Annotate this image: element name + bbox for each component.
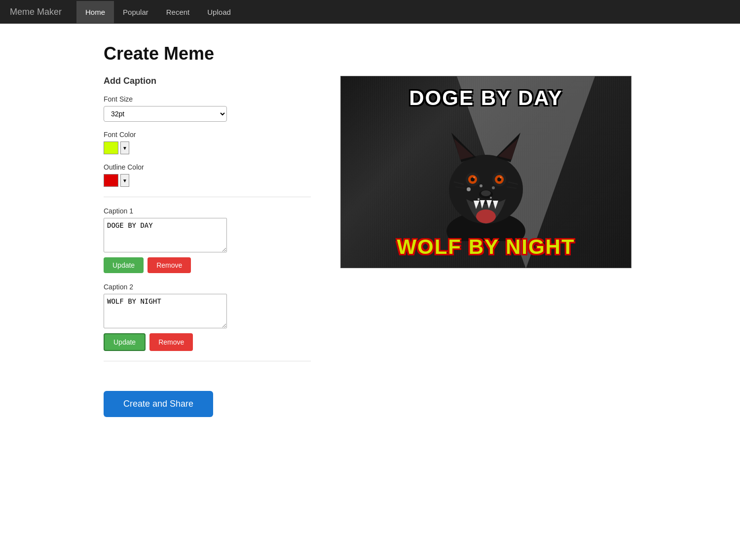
caption1-textarea[interactable]: DOGE BY DAY: [104, 218, 227, 252]
caption2-remove-button[interactable]: Remove: [149, 333, 193, 351]
caption1-label: Caption 1: [104, 207, 311, 215]
caption2-textarea[interactable]: WOLF BY NIGHT: [104, 294, 227, 328]
content-layout: Add Caption Font Size 16pt 24pt 32pt 40p…: [104, 76, 636, 417]
caption2-label: Caption 2: [104, 283, 311, 291]
svg-point-16: [476, 210, 496, 223]
outline-color-group: Outline Color ▼: [104, 163, 311, 187]
font-color-dropdown-btn[interactable]: ▼: [120, 141, 129, 154]
outline-color-label: Outline Color: [104, 163, 311, 171]
font-color-group: Font Color ▼: [104, 131, 311, 154]
svg-point-12: [473, 176, 475, 178]
nav-link-upload[interactable]: Upload: [198, 1, 240, 23]
caption2-buttons: Update Remove: [104, 333, 311, 351]
svg-point-13: [500, 176, 502, 178]
outline-color-swatch[interactable]: [104, 174, 118, 187]
main-container: Create Meme Add Caption Font Size 16pt 2…: [74, 24, 666, 437]
create-share-button[interactable]: Create and Share: [104, 391, 213, 417]
svg-marker-4: [454, 139, 474, 160]
svg-point-18: [480, 184, 482, 187]
svg-point-19: [492, 186, 495, 189]
left-panel: Add Caption Font Size 16pt 24pt 32pt 40p…: [104, 76, 311, 417]
svg-point-20: [478, 198, 480, 200]
caption1-update-button[interactable]: Update: [104, 257, 144, 273]
caption1-buttons: Update Remove: [104, 257, 311, 273]
svg-point-15: [481, 190, 491, 196]
nav-link-home[interactable]: Home: [76, 1, 114, 23]
nav-links: Home Popular Recent Upload: [76, 1, 240, 23]
navbar: Meme Maker Home Popular Recent Upload: [0, 0, 740, 24]
meme-preview: DOGE BY DAY WOLF BY NIGHT: [340, 76, 631, 268]
nav-link-popular[interactable]: Popular: [114, 1, 157, 23]
caption2-update-button[interactable]: Update: [104, 333, 146, 351]
font-color-label: Font Color: [104, 131, 311, 139]
caption1-remove-button[interactable]: Remove: [148, 257, 191, 273]
caption2-group: Caption 2 WOLF BY NIGHT Update Remove: [104, 283, 311, 351]
font-color-swatch[interactable]: [104, 141, 118, 154]
outline-color-picker-row: ▼: [104, 174, 311, 187]
svg-point-17: [467, 187, 471, 191]
nav-brand: Meme Maker: [10, 7, 62, 17]
caption1-group: Caption 1 DOGE BY DAY Update Remove: [104, 207, 311, 273]
wolf-svg: [402, 103, 570, 241]
add-caption-heading: Add Caption: [104, 76, 311, 86]
outline-color-dropdown-btn[interactable]: ▼: [120, 174, 129, 187]
right-panel: DOGE BY DAY WOLF BY NIGHT: [340, 76, 636, 268]
meme-text-top: DOGE BY DAY: [341, 86, 631, 110]
font-size-group: Font Size 16pt 24pt 32pt 40pt 48pt: [104, 95, 311, 122]
page-title: Create Meme: [104, 43, 636, 64]
divider-2: [104, 361, 311, 361]
meme-text-bottom: WOLF BY NIGHT: [341, 235, 631, 259]
svg-marker-5: [498, 139, 518, 160]
svg-point-21: [490, 197, 492, 199]
font-size-select[interactable]: 16pt 24pt 32pt 40pt 48pt: [104, 106, 227, 122]
font-size-label: Font Size: [104, 95, 311, 103]
font-color-picker-row: ▼: [104, 141, 311, 154]
divider-1: [104, 197, 311, 197]
nav-link-recent[interactable]: Recent: [157, 1, 199, 23]
